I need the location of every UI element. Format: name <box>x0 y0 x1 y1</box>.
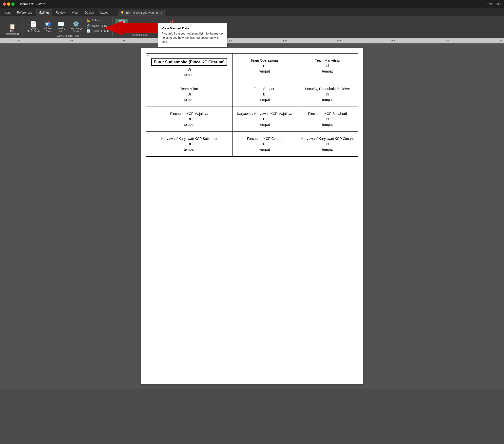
ribbon-group-write-insert: 📄 HighlightMerge Fields 📬 AddressBlock ✉… <box>23 17 113 37</box>
cell-content: Team MarketingDitempat <box>299 58 355 73</box>
close-btn[interactable] <box>3 2 6 6</box>
svg-marker-0 <box>104 21 158 36</box>
tab-layout[interactable]: yout <box>2 9 14 16</box>
tab-mailings[interactable]: Mailings <box>36 9 52 16</box>
cell-line: tempat <box>322 123 333 127</box>
cell-title: Team Mikro <box>180 87 198 91</box>
table-cell: Pincapem KCP MajalayaDitempat <box>146 107 233 132</box>
list-icon: 📋 <box>9 24 16 29</box>
greeting-line-button[interactable]: ✉️ GreetingLine <box>55 20 67 34</box>
ruler-mark-140: 140 <box>337 39 341 42</box>
tell-me-text: Tell me what you want to do <box>126 11 162 15</box>
ruler-mark-20: 20 <box>17 39 20 42</box>
address-block-button[interactable]: 📬 AddressBlock <box>43 20 54 34</box>
cell-line: Di <box>326 64 329 68</box>
cell-content: Karyawan/ Karyawati KCP CimahiDitempat <box>299 137 355 151</box>
cell-title: Pincapem KCP Cimahi <box>247 137 282 141</box>
greeting-icon: ✉️ <box>58 21 64 27</box>
table-cell: Karyawan/ Karyawati KCP SetiabudiDitempa… <box>146 132 233 157</box>
cell-line: tempat <box>259 123 270 127</box>
ruler-mark-100: 100 <box>229 39 233 42</box>
cell-line: tempat <box>322 69 333 73</box>
address-icon: 📬 <box>45 21 52 27</box>
cell-line: Di <box>188 142 191 146</box>
table-cell: Putut Sudjatmoko (Pinca KC Citarum)Ditem… <box>146 54 233 82</box>
table-move-handle[interactable]: ✛ <box>146 53 149 57</box>
insert-merge-label: Insert MergeField ▾ <box>70 27 82 33</box>
cell-title: Karyawan/ Karyawati KCP Cimahi <box>301 137 353 141</box>
write-insert-label: Write & Insert Fields <box>57 34 79 37</box>
cell-title: Karyawan/ Karyawati KCP Majalaya <box>237 112 292 116</box>
ribbon: 📋 EditRecipient List 📄 HighlightMerge Fi… <box>0 16 504 38</box>
cell-line: Di <box>326 117 329 121</box>
edit-recipient-list-button[interactable]: 📋 EditRecipient List <box>4 23 20 36</box>
cell-line: Di <box>263 92 266 96</box>
cell-line: tempat <box>259 148 270 151</box>
tab-view[interactable]: View <box>69 9 81 16</box>
cell-line: tempat <box>184 98 194 102</box>
ruler: ┼ 20 40 60 80 100 120 140 160 180 200 <box>0 38 504 43</box>
maximize-btn[interactable] <box>11 2 15 6</box>
cell-content: Security, Pramubakti & DriverDitempat <box>299 87 355 102</box>
cell-title: Pincapem KCP Majalaya <box>170 112 208 116</box>
cell-title: Pincapem KCP Setiabudi <box>308 112 347 116</box>
table-cell: Karyawan/ Karyawati KCP MajalayaDitempat <box>232 107 297 132</box>
minimize-btn[interactable] <box>7 2 10 6</box>
edit-list-label: EditRecipient List <box>5 30 19 35</box>
cell-title: Karyawan/ Karyawati KCP Setiabudi <box>161 137 217 141</box>
ruler-mark-40: 40 <box>70 39 73 42</box>
table-cell: Team MarketingDitempat <box>297 54 358 82</box>
write-insert-items: 📄 HighlightMerge Fields 📬 AddressBlock ✉… <box>25 18 110 34</box>
insert-merge-field-button[interactable]: ⚙️ Insert MergeField ▾ <box>68 20 84 34</box>
ribbon-group-start: 📋 EditRecipient List <box>2 17 22 37</box>
highlight-label: HighlightMerge Fields <box>27 27 40 33</box>
cell-line: tempat <box>259 69 270 73</box>
table-tools-label: Table Tools <box>486 2 501 6</box>
merge-field-icon: ⚙️ <box>73 21 79 27</box>
document-title: Document1 - Word <box>19 2 45 6</box>
cell-line: Di <box>326 142 329 146</box>
lightbulb-icon: 💡 <box>120 11 124 15</box>
tell-me-box[interactable]: 💡 Tell me what you want to do <box>118 10 165 16</box>
ruler-marker: ┼ <box>10 39 17 42</box>
start-items: 📋 EditRecipient List <box>4 18 20 36</box>
tab-table-layout[interactable]: Layout <box>97 9 112 16</box>
cell-line: tempat <box>259 98 270 102</box>
cell-line: Di <box>263 142 266 146</box>
cell-line: tempat <box>184 148 194 151</box>
tab-review[interactable]: Review <box>53 9 68 16</box>
cell-title: Putut Sudjatmoko (Pinca KC Citarum) <box>151 58 227 66</box>
window-controls <box>3 2 15 6</box>
cell-content: Team MikroDitempat <box>149 87 230 102</box>
greeting-label: GreetingLine <box>57 27 65 33</box>
cell-title: Team Operasional <box>251 58 279 62</box>
cell-line: Di <box>188 92 191 96</box>
cell-line: Di <box>263 117 266 121</box>
cell-content: Team OperasionalDitempat <box>235 58 294 73</box>
cell-line: tempat <box>184 73 194 77</box>
tab-design[interactable]: Design <box>82 9 97 16</box>
table-cell: Team MikroDitempat <box>146 82 233 107</box>
title-bar: Document1 - Word Table Tools <box>0 0 504 8</box>
cell-line: Di <box>326 92 329 96</box>
cell-line: tempat <box>184 123 194 127</box>
match-icon: 🔗 <box>86 24 91 28</box>
cell-line: Di <box>188 67 191 71</box>
cell-content: Karyawan/ Karyawati KCP MajalayaDitempat <box>235 112 294 127</box>
cell-line: tempat <box>322 98 333 102</box>
highlight-merge-fields-button[interactable]: 📄 HighlightMerge Fields <box>25 20 41 34</box>
tooltip-box: View Merged Data Plug info from your rec… <box>158 23 227 47</box>
cell-content: Pincapem KCP SetiabudiDitempat <box>299 112 355 127</box>
cell-content: Karyawan/ Karyawati KCP SetiabudiDitempa… <box>149 137 230 151</box>
cell-line: tempat <box>322 148 333 151</box>
document-table: Putut Sudjatmoko (Pinca KC Citarum)Ditem… <box>146 53 358 157</box>
cell-title: Team Support <box>254 87 275 91</box>
cell-content: Pincapem KCP CimahiDitempat <box>235 137 294 151</box>
table-cell: Pincapem KCP SetiabudiDitempat <box>297 107 358 132</box>
cell-line: Di <box>188 117 191 121</box>
tooltip-title: View Merged Data <box>162 26 223 30</box>
ruler-mark-60: 60 <box>123 39 125 42</box>
ruler-mark-200: 200 <box>499 39 503 42</box>
table-cell: Karyawan/ Karyawati KCP CimahiDitempat <box>297 132 358 157</box>
tab-references[interactable]: References <box>14 9 35 16</box>
